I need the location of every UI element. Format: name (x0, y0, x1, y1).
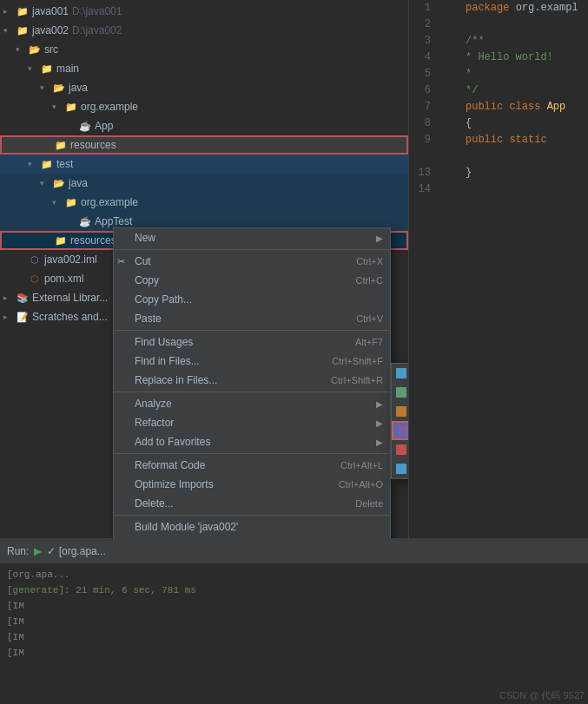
menu-item-delete[interactable]: Delete... Delete (114, 494, 390, 513)
resources-root-icon (395, 405, 407, 418)
menu-item-label: Refactor (135, 417, 376, 429)
tree-item-java001[interactable]: ▸ 📁 java001 D:\java001 (0, 2, 408, 21)
menu-item-find-in-files[interactable]: Find in Files... Ctrl+Shift+F (114, 352, 390, 371)
shortcut-label: Ctrl+V (356, 313, 383, 324)
tree-item-resources-main[interactable]: 📁 resources (0, 135, 408, 155)
menu-item-label: Replace in Files... (135, 374, 314, 386)
sources-root-icon (395, 367, 407, 379)
menu-item-copy-path[interactable]: Copy Path... (114, 290, 390, 309)
test-resources-root-icon (397, 424, 408, 437)
menu-item-replace-in-files[interactable]: Replace in Files... Ctrl+Shift+R (114, 371, 390, 390)
run-panel: Run: ▶ ✓ [org.apa... [org.apa... [genera… (0, 538, 588, 704)
code-line: * (466, 66, 578, 82)
tree-label: java (69, 177, 88, 189)
iml-icon: ⬡ (28, 253, 42, 266)
submenu-item-sources-root[interactable]: Sources Root (392, 364, 408, 383)
shortcut-label: Ctrl+Shift+R (331, 375, 383, 385)
menu-item-build-module[interactable]: Build Module 'java002' (114, 517, 390, 536)
tree-item-org-example[interactable]: ▾ 📁 org.example (0, 97, 408, 116)
menu-separator (114, 453, 390, 454)
tree-item-java-test[interactable]: ▾ 📂 java (0, 174, 408, 193)
test-sources-root-icon (395, 386, 407, 398)
expand-arrow: ▾ (28, 160, 40, 168)
code-line: * Hello world! (466, 49, 578, 66)
run-label: Run: (7, 545, 29, 557)
menu-item-add-to-favorites[interactable]: Add to Favorites ▶ (114, 432, 390, 451)
menu-item-copy[interactable]: Copy Ctrl+C (114, 271, 390, 290)
menu-item-refactor[interactable]: Refactor ▶ (114, 413, 390, 432)
code-line (466, 148, 578, 165)
tree-label: main (56, 63, 79, 75)
submenu-item-test-resources-root[interactable]: Test Resources Root (392, 421, 408, 440)
menu-item-analyze[interactable]: Analyze ▶ (114, 394, 390, 413)
menu-item-new[interactable]: New ▶ (114, 228, 390, 247)
expand-arrow: ▾ (40, 179, 52, 188)
submenu-item-test-sources-root[interactable]: Test Sources Root (392, 383, 408, 402)
menu-item-label: New (135, 232, 376, 244)
file-tree-panel: ▸ 📁 java001 D:\java001 ▾ 📁 java002 D:\ja… (0, 0, 408, 538)
shortcut-label: Ctrl+Alt+L (340, 460, 383, 470)
run-line: [IM (7, 645, 581, 661)
menu-separator (114, 391, 390, 392)
menu-item-label: Paste (135, 313, 339, 325)
code-content: package org.exampl /** * Hello world! * … (466, 0, 578, 538)
menu-item-label: Analyze (135, 398, 376, 410)
expand-arrow: ▾ (52, 198, 64, 207)
submenu-item-excluded[interactable]: Excluded (392, 440, 408, 459)
menu-separator (114, 330, 390, 331)
run-line: [IM (7, 629, 581, 645)
menu-item-optimize-imports[interactable]: Optimize Imports Ctrl+Alt+O (114, 475, 390, 494)
tree-item-org-example-test[interactable]: ▾ 📁 org.example (0, 193, 408, 212)
shortcut-label: Delete (355, 498, 383, 509)
menu-item-reformat-code[interactable]: Reformat Code Ctrl+Alt+L (114, 456, 390, 475)
submenu-item-resources-root[interactable]: Resources Root (392, 402, 408, 421)
tree-item-app[interactable]: ☕ App (0, 116, 408, 135)
code-line (466, 16, 578, 33)
menu-item-label: Optimize Imports (135, 478, 321, 490)
menu-item-label: Build Module 'java002' (135, 521, 383, 533)
submenu-arrow: ▶ (376, 399, 383, 409)
shortcut-label: Ctrl+Shift+F (332, 356, 383, 366)
code-line: public static (466, 132, 578, 148)
xml-icon: ⬡ (28, 272, 42, 286)
shortcut-label: Ctrl+C (356, 275, 383, 286)
menu-item-label: Cut (135, 255, 339, 267)
tree-path: D:\java001 (72, 5, 122, 17)
tree-item-test[interactable]: ▾ 📁 test (0, 155, 408, 174)
shortcut-label: Alt+F7 (355, 337, 383, 347)
watermark: CSDN @ 代码 9527 (496, 688, 588, 704)
expand-arrow: ▸ (3, 7, 16, 16)
excluded-icon (395, 444, 407, 456)
expand-arrow: ▾ (3, 26, 16, 35)
code-line: package org.exampl (466, 0, 578, 16)
menu-item-open-in[interactable]: Open In ▶ (114, 536, 390, 538)
tree-label: External Librar... (32, 292, 108, 304)
generated-sources-root-icon (395, 463, 407, 475)
menu-item-find-usages[interactable]: Find Usages Alt+F7 (114, 332, 390, 352)
menu-item-label: Find in Files... (135, 355, 314, 367)
run-toolbar: Run: ▶ ✓ [org.apa... (0, 539, 588, 563)
tree-item-java002[interactable]: ▾ 📁 java002 D:\java002 (0, 21, 408, 40)
run-tab-label[interactable]: ✓ [org.apa... (47, 545, 105, 557)
submenu-item-generated-sources-root[interactable]: Generated Sources Root (392, 459, 408, 478)
expand-arrow: ▸ (3, 293, 16, 302)
menu-item-paste[interactable]: Paste Ctrl+V (114, 309, 390, 328)
tree-item-java-main[interactable]: ▾ 📂 java (0, 78, 408, 97)
tree-label: java (69, 82, 88, 94)
line-numbers: 1 2 3 4 5 6 7 8 9 13 14 (409, 0, 435, 538)
code-editor-panel: 1 2 3 4 5 6 7 8 9 13 14 package org.exam… (408, 0, 588, 538)
tree-label: resources (70, 234, 116, 247)
tree-label: org.example (81, 101, 138, 113)
menu-item-label: Copy (135, 274, 339, 286)
shortcut-label: Ctrl+Alt+O (339, 479, 383, 490)
folder-icon: 📂 (52, 81, 66, 95)
menu-separator (114, 249, 390, 250)
menu-item-cut[interactable]: ✂ Cut Ctrl+X (114, 252, 390, 271)
lib-icon: 📚 (16, 291, 30, 305)
tree-item-main[interactable]: ▾ 📁 main (0, 59, 408, 78)
tree-label: java002 (32, 24, 69, 36)
tree-item-src[interactable]: ▾ 📂 src (0, 40, 408, 59)
folder-icon: 📁 (64, 100, 78, 114)
project-icon: 📁 (16, 4, 30, 18)
folder-icon: 📂 (52, 176, 66, 190)
